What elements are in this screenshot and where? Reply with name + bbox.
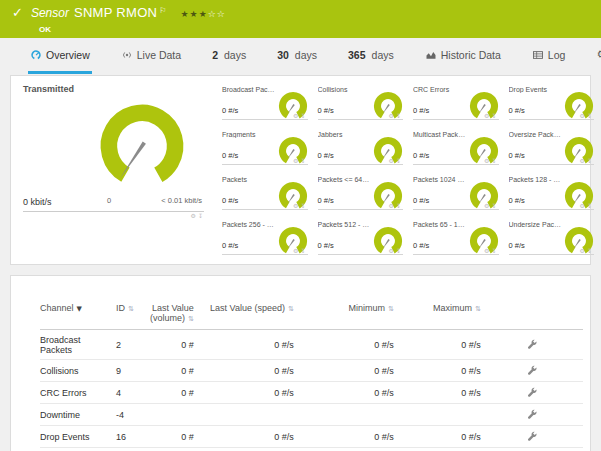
divider bbox=[509, 164, 595, 165]
star-filled-icon[interactable]: ★ bbox=[199, 9, 208, 19]
gauge-pin-icon[interactable]: ↧ bbox=[396, 157, 401, 164]
cell-maximum: 0 #/s bbox=[397, 426, 484, 448]
tab-label: days bbox=[295, 49, 317, 61]
mini-gauge-packets-65-127-bytes: Packets 65 - 127 Bytes 0 #/s ⚙ ↧ bbox=[405, 219, 501, 264]
star-empty-icon[interactable]: ☆ bbox=[208, 9, 217, 19]
channel-value: 0 #/s bbox=[509, 196, 525, 205]
star-filled-icon[interactable]: ★ bbox=[190, 9, 199, 19]
gauge-settings-icon[interactable]: ⚙ bbox=[580, 202, 585, 209]
cell-channel: Drop Events bbox=[40, 426, 106, 448]
gauge-settings-icon[interactable]: ⚙ bbox=[580, 157, 585, 164]
gauge-settings-icon[interactable]: ⚙ bbox=[484, 112, 489, 119]
cell-id: 9 bbox=[106, 360, 137, 382]
cell-last-speed: 0 #/s bbox=[197, 382, 297, 404]
divider bbox=[222, 164, 308, 165]
gauge-pin-icon[interactable]: ↧ bbox=[491, 202, 496, 209]
gauge-settings-icon[interactable]: ⚙ bbox=[580, 112, 585, 119]
gauge-settings-icon[interactable]: ⚙ bbox=[293, 157, 298, 164]
channel-settings-icon[interactable] bbox=[527, 365, 537, 377]
gauge-settings-icon[interactable]: ⚙ bbox=[389, 247, 394, 254]
mini-gauge-packets-256-511-bytes: Packets 256 - 511 Bytes 0 #/s ⚙ ↧ bbox=[214, 219, 310, 264]
gauge-pin-icon[interactable]: ↧ bbox=[587, 247, 592, 254]
cell-id: 7 bbox=[106, 448, 137, 451]
column-header-id[interactable]: ID⇅ bbox=[106, 300, 137, 330]
tab-number: 2 bbox=[212, 49, 218, 61]
channel-value: 0 #/s bbox=[222, 241, 238, 250]
gauge-settings-icon[interactable]: ⚙ bbox=[484, 202, 489, 209]
gauge-pin-icon[interactable]: ↧ bbox=[198, 212, 203, 219]
table-row-broadcast-packets: Broadcast Packets 2 0 # 0 #/s 0 #/s 0 #/… bbox=[40, 330, 583, 360]
gauge-settings-icon[interactable]: ⚙ bbox=[484, 247, 489, 254]
cell-channel: Collisions bbox=[40, 360, 106, 382]
channel-label: Packets 128 - 255 Bytes bbox=[509, 176, 563, 183]
mini-gauge-drop-events: Drop Events 0 #/s ⚙ ↧ bbox=[501, 84, 597, 129]
channel-value: 0 #/s bbox=[509, 151, 525, 160]
tab-2-days[interactable]: 2 days bbox=[210, 38, 248, 74]
gauge-pin-icon[interactable]: ↧ bbox=[300, 247, 305, 254]
channel-label: Broadcast Packets bbox=[222, 86, 276, 93]
tab-log[interactable]: Log bbox=[530, 38, 568, 74]
gauge-pin-icon[interactable]: ↧ bbox=[300, 112, 305, 119]
column-header-maximum[interactable]: Maximum⇅ bbox=[397, 300, 484, 330]
gauge-settings-icon[interactable]: ⚙ bbox=[389, 202, 394, 209]
gauge-pin-icon[interactable]: ↧ bbox=[396, 247, 401, 254]
gauge-settings-icon[interactable]: ⚙ bbox=[484, 157, 489, 164]
gauge-settings-icon[interactable]: ⚙ bbox=[293, 112, 298, 119]
gauge-pin-icon[interactable]: ↧ bbox=[396, 112, 401, 119]
star-filled-icon[interactable]: ★ bbox=[180, 9, 189, 19]
channel-settings-icon[interactable] bbox=[527, 339, 537, 351]
gauge-settings-icon[interactable]: ⚙ bbox=[389, 112, 394, 119]
gauge-pin-icon[interactable]: ↧ bbox=[587, 157, 592, 164]
table-header-row: Channel▼ ID⇅ Last Value (volume)⇅ Last V… bbox=[40, 300, 583, 330]
gauge-pin-icon[interactable]: ↧ bbox=[491, 112, 496, 119]
gauge-settings-icon[interactable]: ⚙ bbox=[191, 212, 196, 219]
gauge-pin-icon[interactable]: ↧ bbox=[587, 202, 592, 209]
tab-30-days[interactable]: 30 days bbox=[275, 38, 319, 74]
tab-label: Log bbox=[548, 49, 566, 61]
divider bbox=[413, 254, 499, 255]
channel-settings-icon[interactable] bbox=[527, 431, 537, 443]
gauge-settings-icon[interactable]: ⚙ bbox=[293, 202, 298, 209]
tab-settings[interactable]: ⚙ Settings bbox=[594, 38, 601, 74]
column-header-channel[interactable]: Channel▼ bbox=[40, 300, 106, 330]
gauge-pin-icon[interactable]: ↧ bbox=[396, 202, 401, 209]
gauge-settings-icon[interactable]: ⚙ bbox=[580, 247, 585, 254]
gauge-scale-max: < 0.01 kbit/s bbox=[161, 196, 202, 205]
tab-label: Overview bbox=[46, 49, 90, 61]
channel-label: Undersize Packets bbox=[509, 221, 563, 228]
column-header-last-value-speed[interactable]: Last Value (speed)⇅ bbox=[197, 300, 297, 330]
sort-icon: ⇅ bbox=[388, 305, 394, 313]
gauge-settings-icon[interactable]: ⚙ bbox=[389, 157, 394, 164]
gauge-pin-icon[interactable]: ↧ bbox=[300, 202, 305, 209]
cell-minimum bbox=[297, 404, 397, 426]
live-icon bbox=[121, 49, 133, 61]
gauge-pin-icon[interactable]: ↧ bbox=[587, 112, 592, 119]
priority-stars[interactable]: ★★★☆☆ bbox=[180, 7, 225, 21]
channel-label: Packets 65 - 127 Bytes bbox=[413, 221, 467, 228]
channel-settings-icon[interactable] bbox=[527, 409, 537, 421]
tab-365-days[interactable]: 365 days bbox=[346, 38, 396, 74]
divider bbox=[413, 209, 499, 210]
column-header-minimum[interactable]: Minimum⇅ bbox=[297, 300, 397, 330]
gauge-icon bbox=[30, 49, 42, 61]
tab-label: days bbox=[372, 49, 394, 61]
star-empty-icon[interactable]: ☆ bbox=[217, 9, 226, 19]
gauge-pin-icon[interactable]: ↧ bbox=[300, 157, 305, 164]
gauge-pin-icon[interactable]: ↧ bbox=[491, 247, 496, 254]
table-row-fragments: Fragments 7 0 # 0 #/s 0 #/s 0 #/s bbox=[40, 448, 583, 451]
channel-value: 0 #/s bbox=[318, 241, 334, 250]
sort-icon: ⇅ bbox=[475, 305, 481, 313]
tab-historic-data[interactable]: Historic Data bbox=[423, 38, 503, 74]
cell-last-volume: 0 # bbox=[137, 330, 197, 360]
cell-channel: Fragments bbox=[40, 448, 106, 451]
channel-value: 0 #/s bbox=[413, 196, 429, 205]
flag-icon[interactable]: ⚐ bbox=[159, 4, 166, 18]
cell-last-speed: 0 #/s bbox=[197, 448, 297, 451]
gauge-settings-icon[interactable]: ⚙ bbox=[293, 247, 298, 254]
gear-icon: ⚙ bbox=[596, 49, 601, 61]
gauge-pin-icon[interactable]: ↧ bbox=[491, 157, 496, 164]
channel-settings-icon[interactable] bbox=[527, 387, 537, 399]
column-header-last-value-volume[interactable]: Last Value (volume)⇅ bbox=[137, 300, 197, 330]
tab-live-data[interactable]: Live Data bbox=[119, 38, 183, 74]
tab-overview[interactable]: Overview bbox=[28, 38, 92, 74]
